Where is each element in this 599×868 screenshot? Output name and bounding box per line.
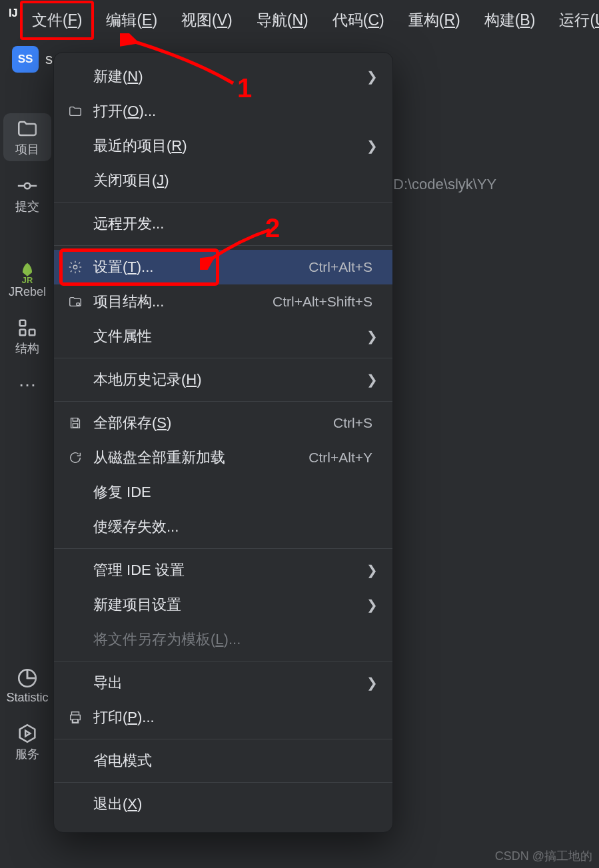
tool-commit-label: 提交	[15, 199, 39, 215]
tool-statistic-label: Statistic	[6, 691, 48, 705]
menu-export[interactable]: 导出❯	[54, 665, 392, 700]
folder-icon	[68, 104, 83, 119]
commit-icon	[16, 175, 39, 197]
tool-services-label: 服务	[15, 746, 39, 762]
breadcrumb-text: s	[45, 51, 53, 68]
gear-icon	[68, 260, 83, 274]
shortcut-text: Ctrl+Alt+Shift+S	[273, 294, 372, 310]
tool-structure[interactable]: 结构	[3, 312, 51, 360]
svg-rect-9	[73, 424, 77, 428]
menu-view[interactable]: 视图(V)	[169, 0, 245, 41]
menu-exit[interactable]: 退出(X)	[54, 787, 392, 821]
menu-file-properties[interactable]: 文件属性 ❯	[54, 319, 392, 354]
menu-refactor[interactable]: 重构(R)	[396, 0, 472, 41]
menu-new[interactable]: 新建(N) ❯	[54, 59, 392, 94]
menu-run[interactable]: 运行(U	[547, 0, 599, 41]
chevron-right-icon: ❯	[366, 372, 378, 388]
chevron-right-icon: ❯	[366, 597, 378, 613]
menu-save-as-template: 将文件另存为模板(L)...	[54, 622, 392, 657]
svg-rect-11	[73, 719, 77, 723]
menu-project-structure[interactable]: 项目结构... Ctrl+Alt+Shift+S	[54, 284, 392, 319]
chevron-right-icon: ❯	[366, 562, 378, 578]
menu-invalidate-cache[interactable]: 使缓存失效...	[54, 510, 392, 544]
menu-file[interactable]: 文件(F)	[20, 1, 94, 40]
menu-navigate[interactable]: 导航(N)	[245, 0, 320, 41]
play-hex-icon	[16, 722, 39, 745]
editor-hint-path: D:\code\slyk\YY	[393, 176, 496, 193]
menu-power-save[interactable]: 省电模式	[54, 743, 392, 778]
tool-statistic[interactable]: Statistic	[3, 663, 51, 709]
svg-text:JR: JR	[22, 275, 33, 284]
menu-open[interactable]: 打开(O)...	[54, 94, 392, 129]
watermark: CSDN @搞工地的	[495, 848, 592, 864]
structure-icon	[16, 316, 39, 339]
menu-remote-dev[interactable]: 远程开发...	[54, 207, 392, 241]
tool-commit[interactable]: 提交	[3, 171, 51, 218]
tool-project-label: 项目	[15, 141, 39, 157]
menu-repair-ide[interactable]: 修复 IDE	[54, 475, 392, 510]
menu-recent[interactable]: 最近的项目(R) ❯	[54, 129, 392, 163]
tool-project[interactable]: 项目	[3, 113, 51, 161]
svg-rect-5	[20, 330, 26, 336]
menu-manage-ide-settings[interactable]: 管理 IDE 设置❯	[54, 553, 392, 588]
chevron-right-icon: ❯	[366, 69, 378, 85]
svg-rect-6	[29, 330, 35, 336]
project-badge: SS	[12, 46, 39, 73]
chevron-right-icon: ❯	[366, 138, 378, 154]
folder-icon	[16, 117, 39, 140]
tool-sidebar: 项目 提交 JR JRebel 结构 … Statistic 服务	[0, 113, 55, 766]
file-menu-popup: 新建(N) ❯ 打开(O)... 最近的项目(R) ❯ 关闭项目(J) 远程开发…	[53, 52, 393, 833]
ellipsis-icon: …	[18, 374, 37, 387]
menu-build[interactable]: 构建(B)	[472, 0, 548, 41]
tool-jrebel[interactable]: JR JRebel	[3, 257, 51, 303]
shortcut-text: Ctrl+S	[333, 415, 372, 431]
project-structure-icon	[68, 294, 83, 309]
pie-icon	[16, 667, 39, 689]
main-menubar: 文件(F) 编辑(E) 视图(V) 导航(N) 代码(C) 重构(R) 构建(B…	[0, 0, 599, 40]
save-icon	[68, 416, 83, 430]
tool-services[interactable]: 服务	[3, 718, 51, 766]
menu-print[interactable]: 打印(P)...	[54, 700, 392, 735]
tool-structure-label: 结构	[15, 340, 39, 356]
chevron-right-icon: ❯	[366, 675, 378, 691]
shortcut-text: Ctrl+Alt+S	[308, 259, 372, 275]
rocket-icon: JR	[16, 261, 39, 284]
svg-rect-8	[77, 303, 80, 306]
menu-settings[interactable]: 设置(T)... Ctrl+Alt+S	[54, 250, 392, 284]
menu-save-all[interactable]: 全部保存(S) Ctrl+S	[54, 406, 392, 440]
svg-point-7	[73, 265, 77, 269]
menu-edit[interactable]: 编辑(E)	[94, 0, 169, 41]
svg-rect-4	[20, 320, 26, 326]
chevron-right-icon: ❯	[366, 328, 378, 344]
menu-reload-disk[interactable]: 从磁盘全部重新加载 Ctrl+Alt+Y	[54, 440, 392, 475]
svg-point-0	[25, 183, 31, 189]
shortcut-text: Ctrl+Alt+Y	[308, 450, 372, 466]
menu-local-history[interactable]: 本地历史记录(H) ❯	[54, 362, 392, 397]
tool-more[interactable]: …	[3, 370, 51, 391]
menu-new-project-settings[interactable]: 新建项目设置❯	[54, 588, 392, 622]
printer-icon	[68, 710, 83, 725]
tool-jrebel-label: JRebel	[9, 285, 46, 299]
reload-icon	[68, 450, 83, 465]
menu-close-project[interactable]: 关闭项目(J)	[54, 163, 392, 198]
menu-code[interactable]: 代码(C)	[320, 0, 396, 41]
